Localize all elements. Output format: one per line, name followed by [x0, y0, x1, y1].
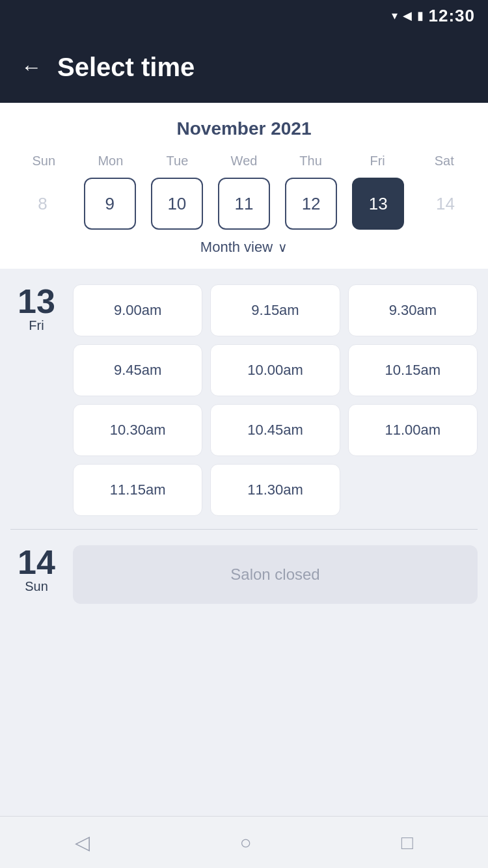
page-title: Select time [57, 53, 195, 82]
day-label-14: 14Sun [10, 545, 62, 594]
time-slot-930am[interactable]: 9.30am [348, 284, 478, 336]
time-grid-13: 9.00am9.15am9.30am9.45am10.00am10.15am10… [73, 284, 478, 516]
month-year-label: November 2021 [10, 118, 478, 139]
time-slot-900am[interactable]: 9.00am [73, 284, 202, 336]
day-name-Fri: Fri [10, 318, 62, 333]
weekday-tue: Tue [144, 151, 211, 171]
day-block-14: 14SunSalon closed [10, 529, 478, 617]
nav-home-icon[interactable]: ○ [239, 832, 251, 854]
status-bar: ▾ ◀ ▮ 12:30 [0, 0, 488, 31]
day-label-13: 13Fri [10, 284, 62, 333]
weekday-thu: Thu [277, 151, 344, 171]
day-cell-12[interactable]: 12 [285, 178, 337, 230]
month-view-label: Month view [200, 239, 273, 256]
chevron-down-icon: ∨ [278, 239, 288, 255]
status-time: 12:30 [429, 6, 476, 26]
days-row: 891011121314 [10, 178, 478, 230]
day-cell-9[interactable]: 9 [84, 178, 136, 230]
nav-back-icon[interactable]: ◁ [75, 831, 90, 854]
header: ← Select time [0, 31, 488, 103]
signal-icon: ◀ [403, 8, 412, 23]
day-cell-13[interactable]: 13 [352, 178, 404, 230]
wifi-icon: ▾ [392, 8, 398, 23]
time-slot-1100am[interactable]: 11.00am [348, 404, 478, 456]
time-slot-945am[interactable]: 9.45am [73, 344, 202, 396]
time-slot-915am[interactable]: 9.15am [210, 284, 340, 336]
day-cell-10[interactable]: 10 [151, 178, 203, 230]
nav-recent-icon[interactable]: □ [401, 832, 413, 854]
weekday-fri: Fri [344, 151, 411, 171]
day-cell-14: 14 [419, 178, 471, 230]
bottom-nav: ◁ ○ □ [0, 816, 488, 868]
weekday-mon: Mon [77, 151, 144, 171]
weekday-row: Sun Mon Tue Wed Thu Fri Sat [10, 151, 478, 171]
weekday-sat: Sat [411, 151, 478, 171]
month-view-toggle[interactable]: Month view ∨ [10, 230, 478, 261]
weekday-sun: Sun [10, 151, 77, 171]
day-cell-8: 8 [17, 178, 69, 230]
slots-section: 13Fri9.00am9.15am9.30am9.45am10.00am10.1… [0, 269, 488, 816]
day-number-13: 13 [10, 284, 62, 318]
time-slot-1015am[interactable]: 10.15am [348, 344, 478, 396]
time-slot-1045am[interactable]: 10.45am [210, 404, 340, 456]
weekday-wed: Wed [211, 151, 278, 171]
calendar-section: November 2021 Sun Mon Tue Wed Thu Fri Sa… [0, 103, 488, 269]
day-cell-11[interactable]: 11 [218, 178, 270, 230]
day-number-14: 14 [10, 545, 62, 579]
day-block-13: 13Fri9.00am9.15am9.30am9.45am10.00am10.1… [10, 269, 478, 529]
time-slot-1030am[interactable]: 10.30am [73, 404, 202, 456]
status-icons: ▾ ◀ ▮ 12:30 [392, 6, 476, 26]
back-button[interactable]: ← [21, 57, 42, 77]
battery-icon: ▮ [417, 8, 424, 23]
salon-closed-label: Salon closed [73, 545, 478, 604]
time-slot-1115am[interactable]: 11.15am [73, 464, 202, 516]
time-slot-1130am[interactable]: 11.30am [210, 464, 340, 516]
day-name-Sun: Sun [10, 579, 62, 594]
time-slot-1000am[interactable]: 10.00am [210, 344, 340, 396]
